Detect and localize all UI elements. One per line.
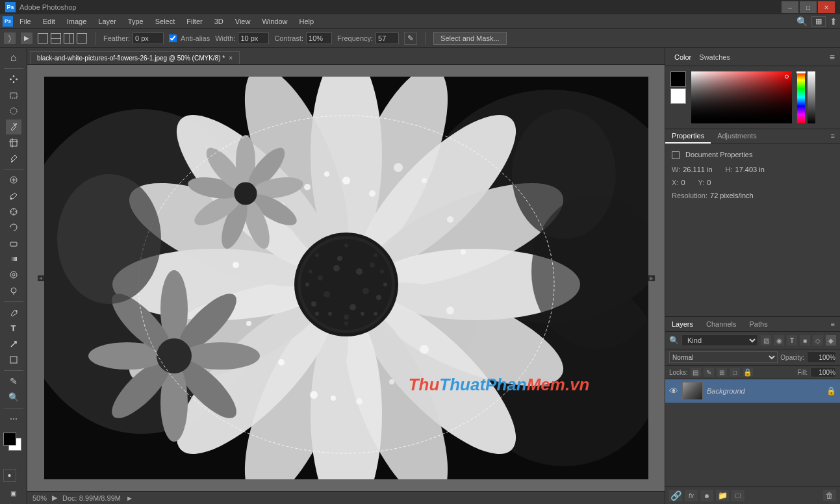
eraser-tool[interactable] xyxy=(6,236,21,250)
lock-image-icon[interactable]: ✎ xyxy=(704,368,714,377)
filter-pixel-icon[interactable]: ▨ xyxy=(761,335,771,346)
share-icon[interactable]: ⬆ xyxy=(830,16,837,27)
menu-file[interactable]: File xyxy=(14,16,36,27)
crop-tool[interactable] xyxy=(6,136,21,150)
gradient-tool[interactable] xyxy=(6,252,21,266)
filter-type-icon[interactable]: T xyxy=(787,335,797,346)
menu-view[interactable]: View xyxy=(230,16,256,27)
hue-bar[interactable] xyxy=(797,71,805,123)
history-brush-tool[interactable] xyxy=(6,220,21,234)
marquee-tool[interactable] xyxy=(6,88,21,103)
document-tab[interactable]: black-and-white-pictures-of-flowers-26-1… xyxy=(30,51,240,64)
menu-select[interactable]: Select xyxy=(150,16,181,27)
tab-color[interactable]: Color xyxy=(670,52,695,62)
stylus-icon[interactable]: ✎ xyxy=(404,32,417,45)
menu-layer[interactable]: Layer xyxy=(93,16,121,27)
dodge-tool[interactable] xyxy=(6,283,21,297)
lock-all-icon[interactable]: 🔒 xyxy=(743,368,753,377)
frequency-input[interactable] xyxy=(375,32,399,44)
color-gradient-box[interactable] xyxy=(691,71,792,123)
new-fill-layer-icon[interactable]: ● xyxy=(700,490,713,501)
tab-swatches[interactable]: Swatches xyxy=(695,52,734,62)
opacity-input[interactable] xyxy=(807,351,836,363)
titlebar-controls[interactable]: – □ ✕ xyxy=(782,1,835,13)
maximize-button[interactable]: □ xyxy=(800,1,817,13)
heal-tool[interactable] xyxy=(6,173,21,187)
contrast-input[interactable] xyxy=(306,32,332,44)
clone-tool[interactable] xyxy=(6,205,21,219)
workspace-switcher[interactable]: ▦ xyxy=(811,16,826,27)
fx-icon[interactable]: fx xyxy=(685,490,698,501)
single-col-icon[interactable] xyxy=(64,33,74,44)
more-tools[interactable]: ⋯ xyxy=(6,412,21,426)
color-panel-menu-icon[interactable]: ≡ xyxy=(830,52,835,62)
tab-paths[interactable]: Paths xyxy=(743,317,774,331)
menu-filter[interactable]: Filter xyxy=(181,16,207,27)
path-select-tool[interactable] xyxy=(6,336,21,351)
menu-help[interactable]: Help xyxy=(294,16,320,27)
lock-transparent-icon[interactable]: ▤ xyxy=(691,368,701,377)
filter-adjust-icon[interactable]: ◉ xyxy=(774,335,784,346)
menu-ps[interactable]: Ps xyxy=(3,16,13,27)
menu-type[interactable]: Type xyxy=(123,16,149,27)
foreground-swatch[interactable] xyxy=(670,71,686,87)
eyedropper-tool[interactable] xyxy=(6,151,21,166)
hand-tool[interactable]: ✎ xyxy=(6,374,21,388)
single-row-icon[interactable] xyxy=(51,33,61,44)
properties-menu-icon[interactable]: ≡ xyxy=(826,129,840,144)
collapse-handle-left[interactable]: ◄ xyxy=(38,275,44,281)
tool-options-icon2[interactable]: ▶ xyxy=(21,32,32,44)
magic-wand-tool[interactable] xyxy=(6,120,21,134)
menu-image[interactable]: Image xyxy=(62,16,92,27)
new-layer-group-icon[interactable]: 📁 xyxy=(716,490,729,501)
tool-options-icon1[interactable]: 〉 xyxy=(4,32,16,44)
antialias-checkbox[interactable] xyxy=(169,34,177,42)
minimize-button[interactable]: – xyxy=(782,1,798,13)
link-layers-icon[interactable]: 🔗 xyxy=(669,490,682,501)
tab-properties[interactable]: Properties xyxy=(665,129,711,144)
layer-background[interactable]: 👁 Background 🔒 xyxy=(665,379,840,403)
tab-close-button[interactable]: × xyxy=(229,55,233,62)
pen-tool[interactable] xyxy=(6,305,21,320)
foreground-color-box[interactable] xyxy=(3,433,16,446)
quick-mask-icon[interactable]: ● xyxy=(3,469,16,482)
close-button[interactable]: ✕ xyxy=(818,1,835,13)
blend-mode-select[interactable]: Normal Dissolve Multiply Screen Overlay xyxy=(669,351,778,363)
width-input[interactable] xyxy=(238,32,269,44)
filter-shape-icon[interactable]: ■ xyxy=(800,335,810,346)
collapse-handle-right[interactable]: ▶ xyxy=(648,275,655,281)
filter-smartobj-icon[interactable]: ◇ xyxy=(813,335,823,346)
tab-channels[interactable]: Channels xyxy=(700,317,743,331)
select-mask-button[interactable]: Select and Mask... xyxy=(433,32,507,45)
menu-edit[interactable]: Edit xyxy=(38,16,60,27)
lasso-icon[interactable] xyxy=(77,33,87,44)
search-icon[interactable]: 🔍 xyxy=(796,16,808,27)
lasso-tool[interactable] xyxy=(6,104,21,118)
menu-3d[interactable]: 3D xyxy=(209,16,229,27)
type-tool[interactable]: T xyxy=(6,321,21,335)
background-swatch[interactable] xyxy=(670,88,686,104)
menu-window[interactable]: Window xyxy=(257,16,292,27)
fill-input[interactable] xyxy=(810,367,836,377)
rect-marquee-icon[interactable] xyxy=(38,33,48,44)
opacity-bar[interactable] xyxy=(808,71,815,123)
zoom-tool[interactable]: 🔍 xyxy=(6,390,21,404)
feather-input[interactable] xyxy=(133,32,164,44)
layers-blend-controls: Normal Dissolve Multiply Screen Overlay … xyxy=(665,349,840,366)
blur-tool[interactable] xyxy=(6,268,21,282)
lock-position-icon[interactable]: ⊞ xyxy=(717,368,727,377)
delete-layer-icon[interactable]: 🗑 xyxy=(823,490,836,501)
lock-artboard-icon[interactable]: □ xyxy=(730,368,740,377)
tab-layers[interactable]: Layers xyxy=(665,317,700,331)
filter-toggle-icon[interactable]: ◆ xyxy=(826,335,836,346)
layer-eye-icon[interactable]: 👁 xyxy=(669,386,678,396)
shape-tool[interactable] xyxy=(6,353,21,367)
screen-mode-icon[interactable]: ▣ xyxy=(6,486,21,501)
layers-filter-kind[interactable]: Kind Name Effect Mode Attribute Color xyxy=(681,334,758,346)
move-tool[interactable] xyxy=(6,72,21,86)
brush-tool[interactable] xyxy=(6,189,21,203)
layers-menu-icon[interactable]: ≡ xyxy=(826,318,840,331)
tab-adjustments[interactable]: Adjustments xyxy=(711,129,763,144)
new-layer-icon[interactable]: □ xyxy=(732,490,745,501)
home-icon[interactable]: ⌂ xyxy=(6,51,21,65)
